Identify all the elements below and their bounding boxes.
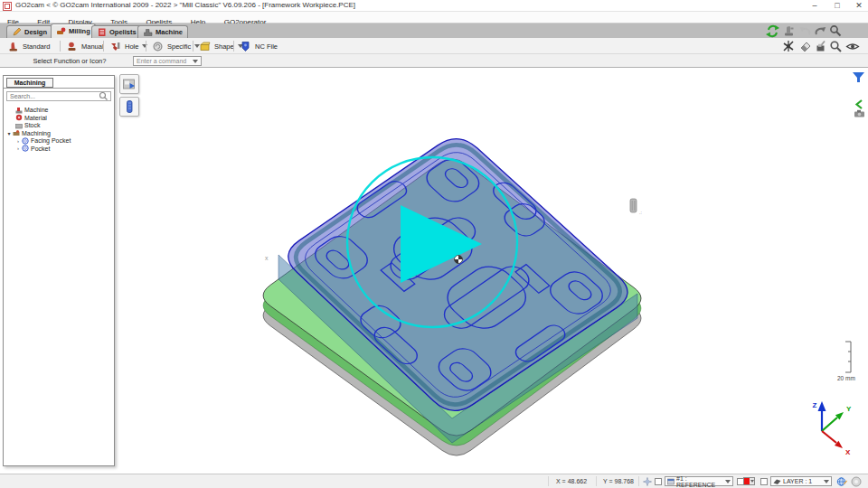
snapshot-icon[interactable] xyxy=(854,109,865,117)
expander-icon[interactable]: › xyxy=(14,145,22,151)
scale-indicator xyxy=(845,342,851,372)
collapse-chevron-icon[interactable] xyxy=(854,99,863,109)
reference-select[interactable]: #1 : REFERENCE xyxy=(665,476,733,486)
part-model[interactable] xyxy=(278,139,637,443)
tool-library-button[interactable] xyxy=(119,97,139,117)
axis-y-label: Y xyxy=(846,405,852,413)
chevron-down-icon xyxy=(824,480,829,483)
viewport[interactable]: x .: 20 mm xyxy=(0,68,868,474)
tool-cursor-icon: .: xyxy=(630,199,642,215)
reference-icon xyxy=(667,478,675,485)
tree-item-pocket[interactable]: › Pocket xyxy=(4,145,50,153)
tool-hint-label: .: xyxy=(639,210,642,215)
search-input[interactable] xyxy=(7,93,99,99)
layer-checkbox[interactable] xyxy=(760,478,768,485)
machining-tree-icon xyxy=(13,129,20,136)
axis-z-label: Z xyxy=(813,401,817,409)
machining-panel-tab[interactable]: Machining xyxy=(6,78,53,88)
pocket-tree-icon xyxy=(22,145,29,152)
viewport-canvas[interactable]: x .: 20 mm xyxy=(0,0,868,488)
layer-select[interactable]: LAYER : 1 xyxy=(770,476,832,486)
x-axis-marker-label: x xyxy=(265,255,269,261)
machine-tree-icon xyxy=(15,107,23,114)
endmill-icon xyxy=(122,99,137,114)
go2cam-window: GO2cam < © GO2cam International 2009 - 2… xyxy=(0,0,868,488)
chevron-down-icon xyxy=(725,480,731,483)
simulation-button[interactable] xyxy=(119,74,139,94)
material-tree-icon xyxy=(15,114,23,121)
status-circle-icon[interactable] xyxy=(851,476,862,487)
x-coordinate: X = 48.662 xyxy=(556,474,587,488)
machining-panel: Machining Machine Material S xyxy=(3,75,115,466)
filter-funnel-icon[interactable] xyxy=(852,71,865,84)
expander-icon[interactable]: ▾ xyxy=(5,130,13,136)
layer-plane-icon xyxy=(773,478,781,485)
status-bar: X = 48.662 Y = 98.768 #1 : REFERENCE xyxy=(0,474,868,488)
scale-label: 20 mm xyxy=(837,375,855,381)
origin-marker xyxy=(455,256,463,264)
chevron-down-icon xyxy=(750,480,754,483)
axis-x-label: X xyxy=(845,448,851,456)
move-origin-icon[interactable] xyxy=(643,477,652,486)
axis-triad: Z Y X xyxy=(813,401,852,456)
color-swatch-red[interactable] xyxy=(743,477,755,485)
search-box xyxy=(6,91,111,101)
search-icon xyxy=(99,91,108,101)
stock-tree-icon xyxy=(15,122,23,129)
y-coordinate: Y = 98.768 xyxy=(603,474,634,488)
reference-checkbox[interactable] xyxy=(655,478,662,485)
globe-edit-icon[interactable] xyxy=(836,476,847,487)
expander-icon[interactable]: › xyxy=(14,138,22,144)
pocket-tree-icon xyxy=(22,137,29,145)
machine-play-icon xyxy=(122,77,137,91)
